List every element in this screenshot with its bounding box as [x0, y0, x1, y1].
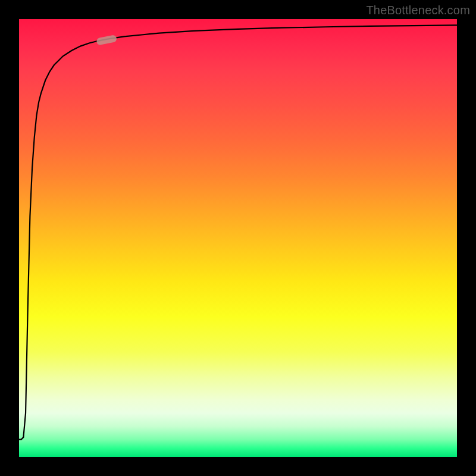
chart-svg [19, 19, 457, 457]
curve-marker [96, 35, 117, 45]
chart-frame: TheBottleneck.com [0, 0, 476, 476]
watermark-label: TheBottleneck.com [366, 4, 470, 17]
bottleneck-curve [19, 25, 457, 439]
